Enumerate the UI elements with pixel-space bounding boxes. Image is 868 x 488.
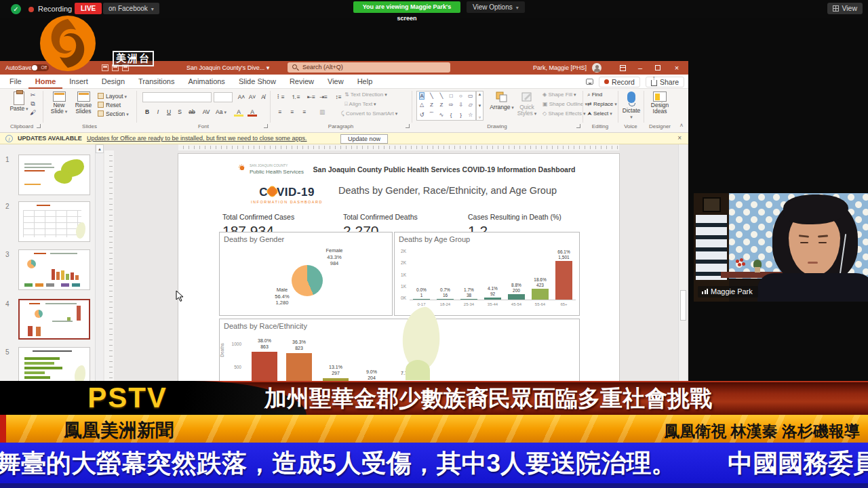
replace-button[interactable]: ⇄ Replace	[587, 100, 617, 108]
line-spacing-button[interactable]: ↕≡	[334, 93, 343, 102]
smartart-button[interactable]: ⤹ Convert to SmartArt	[341, 110, 397, 117]
tab-view[interactable]: View	[321, 75, 351, 89]
close-button[interactable]: ×	[667, 61, 687, 75]
shrink-font-button[interactable]: A˅	[248, 93, 257, 102]
select-button[interactable]: ⮝ Select	[587, 110, 612, 117]
collapse-ribbon-button[interactable]: ˄	[677, 121, 686, 130]
tab-slide-show[interactable]: Slide Show	[232, 75, 283, 89]
text-direction-button[interactable]: ⇅ Text Direction	[344, 91, 387, 98]
shape-glyph-14[interactable]: ∿	[439, 112, 443, 118]
quick-styles-button[interactable]: Quick Styles	[514, 92, 540, 117]
change-case-button[interactable]: Aa	[215, 108, 227, 117]
tab-review[interactable]: Review	[283, 75, 321, 89]
shape-effects-button[interactable]: ◇ Shape Effects	[542, 110, 586, 117]
strikethrough-button[interactable]: ab	[186, 108, 197, 117]
tab-home[interactable]: Home	[28, 75, 63, 89]
slide-thumbnail-5[interactable]	[18, 347, 90, 382]
align-center-button[interactable]: ≡	[288, 108, 297, 117]
character-spacing-button[interactable]: AV	[200, 108, 212, 117]
shape-glyph-1[interactable]: ╲	[430, 93, 433, 99]
tab-animations[interactable]: Animations	[181, 75, 231, 89]
reuse-slides-button[interactable]: Reuse Slides	[72, 92, 95, 115]
format-painter-icon[interactable]: 🖌	[28, 109, 37, 117]
shapes-gallery[interactable]: A╲╲□○▭△ZZ⇨⇩▱↺⌒∿{}☆	[416, 91, 476, 121]
numbering-button[interactable]: ⒈≡	[290, 93, 301, 102]
find-button[interactable]: ⌕ Find	[587, 91, 602, 98]
design-ideas-button[interactable]: Design Ideas	[647, 92, 673, 115]
scrollbar-thumb[interactable]	[680, 290, 686, 321]
shape-glyph-8[interactable]: Z	[439, 102, 443, 108]
grow-font-button[interactable]: A˄	[237, 93, 246, 102]
bullets-button[interactable]: ⠇≡	[275, 93, 286, 102]
user-avatar[interactable]	[592, 63, 601, 73]
close-update-banner-icon[interactable]: ×	[677, 134, 682, 142]
shapes-gallery-scrollbar[interactable]: ▲▼▿	[476, 91, 484, 121]
arrange-button[interactable]: Arrange	[488, 92, 515, 110]
slide-thumbnail-4[interactable]	[18, 299, 90, 340]
slide-thumbnail-3[interactable]	[18, 249, 90, 290]
align-right-button[interactable]: ≡	[300, 108, 309, 117]
shape-glyph-16[interactable]: }	[460, 112, 462, 118]
tab-design[interactable]: Design	[95, 75, 132, 89]
align-left-button[interactable]: ≡	[275, 108, 285, 117]
save-icon[interactable]	[102, 64, 108, 71]
slide-thumbnail-2[interactable]	[18, 201, 90, 242]
shape-glyph-9[interactable]: ⇨	[449, 102, 454, 108]
shape-outline-button[interactable]: ▣ Shape Outline	[542, 100, 587, 108]
participant-video[interactable]: Maggie Park	[694, 193, 868, 302]
document-title[interactable]: San Joaquin County's Dive... ▾	[186, 61, 269, 75]
highlight-color-button[interactable]: A	[234, 108, 243, 117]
shape-fill-button[interactable]: ◈ Shape Fill	[542, 91, 576, 98]
clear-formatting-button[interactable]: A̸	[258, 93, 268, 102]
align-text-button[interactable]: ⌸ Align Text	[344, 100, 376, 108]
shape-glyph-3[interactable]: □	[450, 93, 453, 99]
shape-glyph-4[interactable]: ○	[459, 93, 462, 99]
live-destination[interactable]: on Facebook	[103, 3, 159, 14]
shape-glyph-0[interactable]: A	[420, 93, 423, 99]
increase-indent-button[interactable]: ⇥≡	[319, 93, 328, 102]
tab-file[interactable]: File	[3, 75, 28, 89]
shape-glyph-10[interactable]: ⇩	[458, 102, 463, 108]
slide-scrollbar[interactable]	[678, 144, 687, 382]
underline-button[interactable]: U	[165, 108, 173, 117]
shape-glyph-6[interactable]: △	[420, 102, 424, 108]
font-name-select[interactable]	[142, 92, 212, 102]
new-slide-button[interactable]: New Slide	[47, 92, 71, 115]
tab-help[interactable]: Help	[351, 75, 380, 89]
reset-button[interactable]: Reset	[98, 102, 121, 109]
tab-insert[interactable]: Insert	[62, 75, 95, 89]
italic-button[interactable]: I	[154, 108, 162, 117]
update-banner-message[interactable]: Updates for Office are ready to be insta…	[87, 135, 307, 142]
search-input[interactable]: Search (Alt+Q)	[288, 62, 450, 73]
decrease-indent-button[interactable]: ⇤≡	[307, 93, 316, 102]
shape-glyph-11[interactable]: ▱	[469, 102, 473, 108]
dictate-button[interactable]: Dictate	[621, 92, 642, 120]
update-now-button[interactable]: Update now	[340, 134, 388, 144]
section-button[interactable]: Section	[98, 110, 129, 118]
tab-transitions[interactable]: Transitions	[132, 75, 181, 89]
comments-icon[interactable]	[586, 79, 593, 85]
thumbnail-scrollbar[interactable]: ▲	[95, 144, 103, 382]
shape-glyph-7[interactable]: Z	[430, 102, 433, 108]
font-size-select[interactable]	[214, 92, 233, 102]
layout-button[interactable]: Layout	[98, 93, 127, 100]
share-button[interactable]: Share	[646, 77, 684, 87]
restore-button[interactable]	[648, 61, 668, 75]
shape-glyph-12[interactable]: ↺	[420, 112, 425, 118]
bold-button[interactable]: B	[143, 108, 151, 117]
columns-button[interactable]: ▥	[316, 108, 328, 117]
shape-glyph-5[interactable]: ▭	[468, 93, 473, 99]
slide-thumbnail-1[interactable]	[18, 155, 90, 195]
shape-glyph-17[interactable]: ☆	[468, 112, 473, 118]
shape-glyph-2[interactable]: ╲	[439, 93, 443, 99]
record-button[interactable]: Record	[599, 77, 640, 87]
cut-icon[interactable]: ✂	[28, 92, 37, 99]
view-button[interactable]: View	[827, 3, 863, 14]
scroll-up-icon[interactable]: ▲	[96, 144, 104, 153]
view-options-button[interactable]: View Options	[467, 1, 525, 13]
text-shadow-button[interactable]: S	[176, 108, 184, 117]
shape-glyph-15[interactable]: {	[450, 112, 452, 118]
font-color-button[interactable]: A	[248, 108, 257, 117]
shape-glyph-13[interactable]: ⌒	[429, 111, 434, 119]
copy-icon[interactable]: ⧉	[28, 100, 37, 108]
